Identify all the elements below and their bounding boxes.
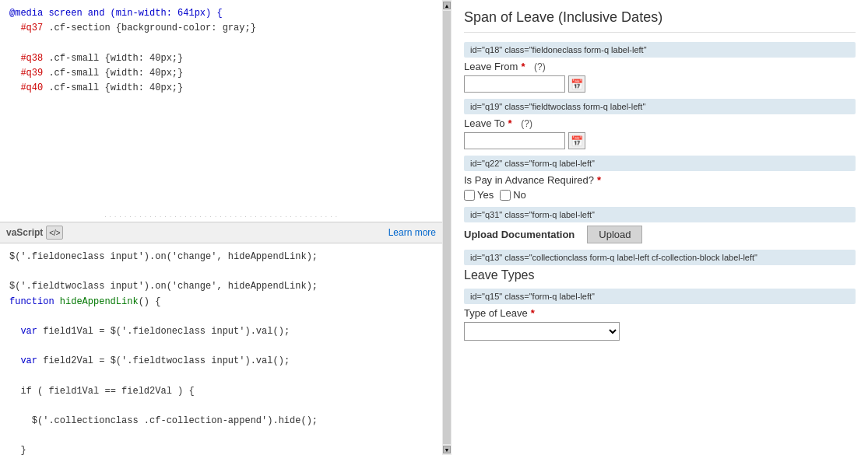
leave-from-label: Leave From* (?) <box>464 61 856 72</box>
upload-row: Upload Documentation Upload <box>464 226 856 243</box>
js-line: $('.collectionclass .cf-collection-appen… <box>9 414 433 429</box>
js-editor[interactable]: $('.fieldoneclass input').on('change', h… <box>0 243 442 455</box>
code-line: @media screen and (min-width: 641px) { <box>9 6 433 21</box>
scroll-down-btn[interactable]: ▼ <box>443 446 451 453</box>
attr-row-2: id="q19" class="fieldtwoclass form-q lab… <box>464 99 856 114</box>
attr-row-4: id="q31" class="form-q label-left" <box>464 207 856 222</box>
right-panel: Span of Leave (Inclusive Dates) id="q18"… <box>452 0 868 455</box>
code-line: #q38 .cf-small {width: 40px;} <box>9 51 433 66</box>
tab-label: vaScript <box>6 227 43 238</box>
code-line: #q39 .cf-small {width: 40px;} <box>9 66 433 81</box>
leave-to-group: Leave To* (?) 📅 <box>464 117 856 149</box>
leave-types-title: Leave Types <box>464 268 856 282</box>
scroll-thumb[interactable] <box>443 11 451 444</box>
scroll-track[interactable]: ▲ ▼ <box>442 0 452 455</box>
no-option[interactable]: No <box>500 189 526 201</box>
js-line <box>9 369 433 384</box>
pay-advance-group: Is Pay in Advance Required?* Yes No <box>464 174 856 201</box>
js-line <box>9 399 433 414</box>
js-line: } <box>9 443 433 455</box>
attr-row-1: id="q18" class="fieldoneclass form-q lab… <box>464 42 856 58</box>
js-line: function hideAppendLink() { <box>9 295 433 310</box>
js-line <box>9 339 433 354</box>
tab-bar: vaScript </> Learn more <box>0 222 442 243</box>
leave-from-group: Leave From* (?) 📅 <box>464 61 856 93</box>
dots-separator: · · · · · · · · · · · · · · · · · · · · … <box>0 212 442 222</box>
upload-label: Upload Documentation <box>464 229 575 240</box>
no-checkbox[interactable] <box>500 190 511 201</box>
leave-to-input[interactable] <box>464 132 565 149</box>
learn-more-link[interactable]: Learn more <box>388 227 436 238</box>
js-line: var field1Val = $('.fieldoneclass input'… <box>9 324 433 339</box>
type-of-leave-label: Type of Leave* <box>464 307 856 319</box>
left-panel: @media screen and (min-width: 641px) { #… <box>0 0 452 455</box>
code-line: #q37 .cf-section {background-color: gray… <box>9 21 433 36</box>
yes-option[interactable]: Yes <box>464 189 494 201</box>
section-title: Span of Leave (Inclusive Dates) <box>464 9 856 33</box>
js-line: if ( field1Val == field2Val ) { <box>9 384 433 399</box>
js-line: $('.fieldtwoclass input').on('change', h… <box>9 279 433 294</box>
type-of-leave-select[interactable] <box>464 322 620 341</box>
attr-row-6: id="q15" class="form-q label-left" <box>464 289 856 304</box>
type-of-leave-select-row <box>464 322 856 341</box>
leave-from-input-row: 📅 <box>464 75 856 93</box>
type-of-leave-group: Type of Leave* <box>464 307 856 341</box>
tab-icon[interactable]: </> <box>46 226 63 240</box>
scroll-up-btn[interactable]: ▲ <box>443 2 451 9</box>
attr-row-3: id="q22" class="form-q label-left" <box>464 156 856 171</box>
code-line: #q40 .cf-small {width: 40px;} <box>9 81 433 96</box>
leave-from-calendar-btn[interactable]: 📅 <box>568 75 585 93</box>
code-line <box>9 36 433 51</box>
pay-advance-label: Is Pay in Advance Required?* <box>464 174 856 186</box>
js-line: var field2Val = $('.fieldtwoclass input'… <box>9 354 433 369</box>
leave-to-label: Leave To* (?) <box>464 117 856 129</box>
pay-advance-options: Yes No <box>464 189 856 201</box>
js-line: $('.fieldoneclass input').on('change', h… <box>9 250 433 264</box>
attr-row-5: id="q13" class="collectionclass form-q l… <box>464 250 856 265</box>
code-editor[interactable]: @media screen and (min-width: 641px) { #… <box>0 0 442 212</box>
js-line <box>9 429 433 443</box>
leave-to-input-row: 📅 <box>464 132 856 149</box>
upload-group: Upload Documentation Upload <box>464 226 856 243</box>
upload-button[interactable]: Upload <box>587 226 642 243</box>
yes-checkbox[interactable] <box>464 190 475 201</box>
leave-to-calendar-btn[interactable]: 📅 <box>568 132 585 149</box>
js-line <box>9 310 433 324</box>
leave-from-input[interactable] <box>464 75 565 93</box>
js-line <box>9 264 433 279</box>
